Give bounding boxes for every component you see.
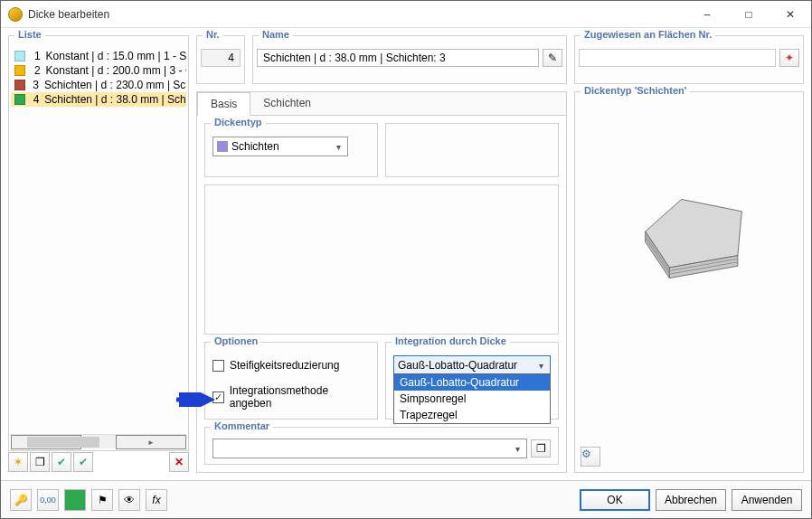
assigned-title: Zugewiesen an Flächen Nr. <box>581 29 715 40</box>
tab-bar: Basis Schichten <box>197 92 566 116</box>
assigned-input[interactable] <box>579 49 776 67</box>
optionen-title: Optionen <box>211 335 261 346</box>
color-swatch <box>14 94 25 105</box>
check-button-1[interactable]: ✔ <box>52 452 71 472</box>
chevron-down-icon: ▾ <box>533 361 548 371</box>
check-icon: ✔ <box>57 456 66 468</box>
color-swatch <box>14 65 25 76</box>
bottom-bar: 🔑 0,00 ⚑ 👁 fx OK Abbrechen Anwenden <box>1 480 811 518</box>
library-icon: ❐ <box>536 442 546 455</box>
color-swatch <box>14 51 25 61</box>
integration-label: Integrationsmethode angeben <box>230 384 370 410</box>
gear-icon: ⚙ <box>581 448 591 460</box>
liste-toolbar: ✶ ❐ ✔ ✔ ✕ <box>8 451 189 473</box>
dickentyp-dropdown[interactable]: Schichten ▾ <box>212 137 348 156</box>
ok-button[interactable]: OK <box>580 489 650 511</box>
list-item-label: Schichten | d : 38.0 mm | Schichten: 3 <box>44 93 186 106</box>
dropdown-option[interactable]: Simpsonregel <box>394 391 550 407</box>
close-button[interactable]: ✕ <box>770 1 811 28</box>
list-item[interactable]: 1 Konstant | d : 15.0 mm | 1 - S235 <box>11 49 186 63</box>
tool-button-1[interactable]: ⚑ <box>91 489 113 511</box>
list-item-label: Schichten | d : 230.0 mm | Schichten: 5 <box>44 79 186 91</box>
scroll-thumb[interactable] <box>27 437 99 448</box>
preview-toolbar: ⚙ <box>581 447 798 467</box>
copy-button[interactable]: ❐ <box>30 452 50 472</box>
list-item-num: 2 <box>31 64 41 77</box>
list-hscrollbar[interactable]: ◄ ► <box>11 434 186 448</box>
flag-icon: ⚑ <box>98 494 108 506</box>
maximize-button[interactable]: □ <box>728 1 770 28</box>
tool-button-2[interactable]: 👁 <box>118 489 140 511</box>
cursor-icon: ✦ <box>785 52 794 64</box>
nr-input[interactable] <box>201 49 241 67</box>
list-item[interactable]: 4 Schichten | d : 38.0 mm | Schichten: 3 <box>11 92 186 107</box>
delete-button[interactable]: ✕ <box>169 452 189 472</box>
preview-canvas[interactable] <box>581 105 798 447</box>
list-item-label: Konstant | d : 200.0 mm | 3 - C30 <box>46 64 186 77</box>
integration-checkbox-row[interactable]: Integrationsmethode angeben <box>212 384 370 410</box>
minimize-button[interactable]: – <box>686 1 728 28</box>
check-button-2[interactable]: ✔ <box>73 452 93 472</box>
list-item-num: 3 <box>31 79 39 91</box>
star-icon: ✶ <box>14 456 23 468</box>
integration-dropdown-list[interactable]: Gauß-Lobatto-Quadratur Simpsonregel Trap… <box>393 373 551 424</box>
dickentyp-title: Dickentyp <box>211 117 266 127</box>
liste-panel: Liste 1 Konstant | d : 15.0 mm | 1 - S23… <box>8 35 189 451</box>
layers-3d-icon <box>612 159 775 304</box>
decimals-button[interactable]: 0,00 <box>37 489 59 511</box>
cancel-button[interactable]: Abbrechen <box>656 489 726 511</box>
dropdown-option[interactable]: Trapezregel <box>394 407 550 423</box>
decimals-icon: 0,00 <box>40 495 56 505</box>
wrench-icon: 🔑 <box>14 494 28 506</box>
color-swatch <box>14 80 25 90</box>
integration-value: Gauß-Lobatto-Quadratur <box>398 359 530 372</box>
blank-panel-1 <box>385 123 559 177</box>
color-button[interactable] <box>64 489 86 511</box>
dickentyp-value: Schichten <box>231 140 327 153</box>
dropdown-option[interactable]: Gauß-Lobatto-Quadratur <box>394 374 550 391</box>
kommentar-dropdown[interactable]: ▾ <box>212 439 527 458</box>
stiffness-checkbox[interactable] <box>212 360 224 372</box>
apply-button[interactable]: Anwenden <box>732 489 802 511</box>
kommentar-title: Kommentar <box>211 420 273 431</box>
edit-name-button[interactable]: ✎ <box>543 49 562 67</box>
preview-title: Dickentyp 'Schichten' <box>581 85 690 96</box>
new-button[interactable]: ✶ <box>8 452 28 472</box>
optionen-panel: Optionen Steifigkeitsreduzierung Integra… <box>204 342 378 420</box>
preview-options-button[interactable]: ⚙ <box>581 447 600 467</box>
list-item[interactable]: 3 Schichten | d : 230.0 mm | Schichten: … <box>11 78 186 92</box>
pencil-icon: ✎ <box>548 52 557 64</box>
x-icon: ✕ <box>175 456 184 468</box>
integration-checkbox[interactable] <box>212 392 224 403</box>
nr-title: Nr. <box>203 29 223 40</box>
integration-panel: Integration durch Dicke Gauß-Lobatto-Qua… <box>385 342 559 420</box>
copy-icon: ❐ <box>35 456 45 468</box>
preview-panel: Dickentyp 'Schichten' ⚙ <box>574 91 804 473</box>
pick-surface-button[interactable]: ✦ <box>779 49 799 67</box>
eye-icon: 👁 <box>124 494 135 506</box>
window-title: Dicke bearbeiten <box>28 8 686 21</box>
name-title: Name <box>259 29 293 40</box>
integration-title: Integration durch Dicke <box>392 335 510 346</box>
list-item-num: 4 <box>31 93 39 106</box>
blank-panel-2 <box>204 184 559 335</box>
layer-icon <box>217 141 228 152</box>
name-input[interactable] <box>257 49 539 67</box>
list-item-num: 1 <box>31 50 41 62</box>
list-item[interactable]: 2 Konstant | d : 200.0 mm | 3 - C30 <box>11 63 186 78</box>
list-item-label: Konstant | d : 15.0 mm | 1 - S235 <box>46 50 186 62</box>
app-icon <box>8 7 23 22</box>
units-button[interactable]: 🔑 <box>10 489 32 511</box>
nr-panel: Nr. <box>196 35 245 84</box>
name-panel: Name ✎ <box>252 35 567 84</box>
kommentar-lib-button[interactable]: ❐ <box>531 439 551 458</box>
stiffness-checkbox-row[interactable]: Steifigkeitsreduzierung <box>212 359 370 372</box>
kommentar-panel: Kommentar ▾ ❐ <box>204 427 559 465</box>
liste[interactable]: 1 Konstant | d : 15.0 mm | 1 - S235 2 Ko… <box>11 49 186 430</box>
tab-schichten[interactable]: Schichten <box>250 92 325 116</box>
integration-dropdown[interactable]: Gauß-Lobatto-Quadratur ▾ <box>393 355 551 375</box>
scroll-right-button[interactable]: ► <box>116 435 186 449</box>
tab-basis[interactable]: Basis <box>197 92 250 116</box>
chevron-down-icon: ▾ <box>331 142 345 152</box>
tool-button-3[interactable]: fx <box>146 489 167 511</box>
